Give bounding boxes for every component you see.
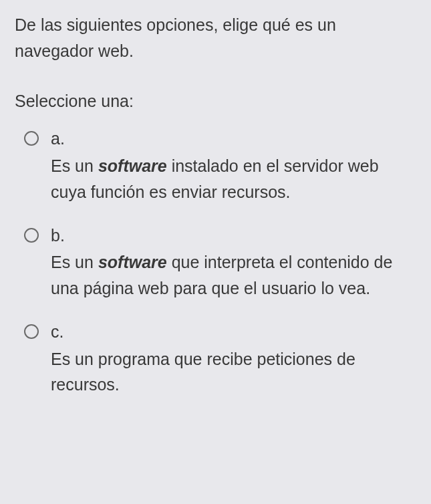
select-prompt: Seleccione una:	[15, 88, 416, 114]
radio-a[interactable]	[24, 131, 39, 146]
option-b[interactable]: b. Es un software que interpreta el cont…	[15, 223, 416, 301]
option-b-content: b. Es un software que interpreta el cont…	[51, 223, 416, 301]
option-a[interactable]: a. Es un software instalado en el servid…	[15, 126, 416, 205]
option-c-content: c. Es un programa que recibe peticiones …	[51, 319, 416, 398]
option-c-label: c.	[51, 319, 416, 345]
option-a-text: Es un software instalado en el servidor …	[51, 156, 379, 201]
option-a-label: a.	[51, 126, 416, 152]
option-c[interactable]: c. Es un programa que recibe peticiones …	[15, 319, 416, 398]
radio-b[interactable]	[24, 228, 39, 243]
question-text: De las siguientes opciones, elige qué es…	[15, 12, 416, 64]
option-b-text: Es un software que interpreta el conteni…	[51, 253, 392, 297]
radio-c[interactable]	[24, 324, 39, 339]
option-c-text: Es un programa que recibe peticiones de …	[51, 350, 355, 394]
option-a-content: a. Es un software instalado en el servid…	[51, 126, 416, 205]
option-b-label: b.	[51, 223, 416, 249]
